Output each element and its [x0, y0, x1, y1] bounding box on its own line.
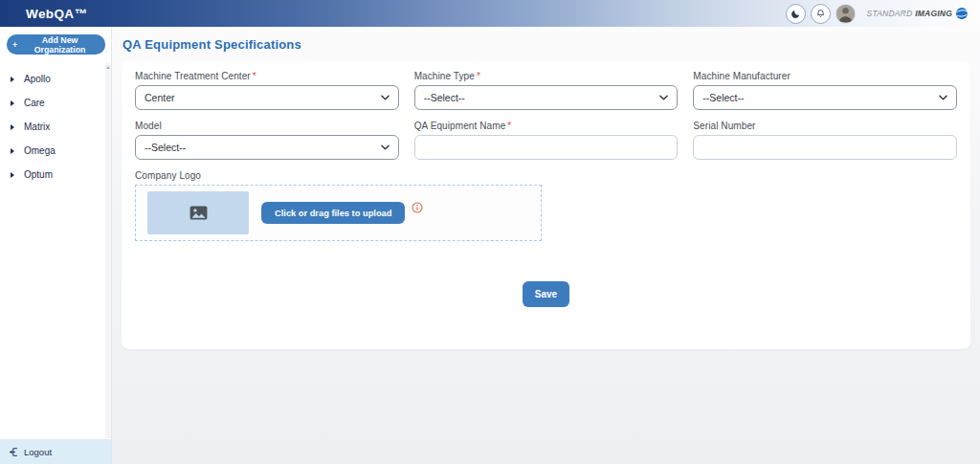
sidebar-item-care[interactable]: Care	[0, 91, 111, 115]
main-content: QA Equipment Specifications Machine Trea…	[112, 27, 980, 464]
field-machine-manufacturer: Machine Manufacturer --Select--	[693, 71, 957, 110]
logo-image-placeholder	[147, 191, 249, 234]
company-logo-label: Company Logo	[135, 170, 678, 181]
machine-type-select[interactable]: --Select--	[414, 85, 679, 110]
top-header-bar: WebQA™ STANDARDIMAGING	[0, 0, 980, 27]
logo-upload-dropzone[interactable]: Click or drag files to upload	[135, 185, 542, 241]
equipment-form-card: Machine Treatment Center* Center Machine…	[122, 61, 970, 349]
required-asterisk: *	[507, 121, 511, 131]
chevron-down-icon	[659, 95, 668, 100]
select-value: --Select--	[702, 92, 744, 103]
sidebar-item-optum[interactable]: Optum	[0, 163, 111, 187]
brand-name-light: STANDARD	[867, 9, 913, 18]
standard-imaging-brand: STANDARDIMAGING	[867, 7, 969, 20]
logout-label: Logout	[24, 447, 52, 457]
bell-icon	[815, 9, 826, 19]
upload-files-button[interactable]: Click or drag files to upload	[261, 202, 405, 224]
notifications-button[interactable]	[811, 4, 831, 24]
caret-right-icon	[11, 172, 14, 178]
field-label: QA Equipment Name*	[414, 121, 679, 131]
required-asterisk: *	[477, 71, 480, 81]
page-body: + Add New Organization Apollo Care Matri…	[0, 27, 980, 464]
logout-button[interactable]: Logout	[0, 439, 111, 464]
plus-icon: +	[12, 40, 17, 50]
select-value: --Select--	[424, 92, 465, 103]
machine-treatment-center-select[interactable]: Center	[135, 85, 399, 110]
add-new-organization-label: Add New Organization	[20, 35, 100, 55]
qa-equipment-name-input[interactable]	[414, 135, 679, 160]
avatar-photo	[836, 4, 855, 23]
moon-icon	[791, 9, 801, 19]
field-label: Machine Manufacturer	[693, 71, 957, 81]
save-button[interactable]: Save	[523, 281, 569, 307]
sidebar: + Add New Organization Apollo Care Matri…	[0, 27, 112, 464]
field-model: Model --Select--	[135, 121, 399, 160]
field-machine-type: Machine Type* --Select--	[414, 71, 679, 110]
caret-right-icon	[11, 77, 14, 82]
field-label: Machine Treatment Center*	[135, 71, 399, 81]
company-logo-section: Company Logo Click or drag files to uplo…	[135, 170, 678, 241]
sidebar-item-omega[interactable]: Omega	[0, 139, 111, 163]
caret-right-icon	[11, 148, 14, 154]
select-value: --Select--	[145, 142, 186, 153]
field-serial-number: Serial Number	[693, 121, 957, 160]
globe-swoosh-icon	[955, 7, 969, 20]
user-avatar[interactable]	[835, 4, 856, 24]
image-icon	[189, 206, 208, 220]
field-machine-treatment-center: Machine Treatment Center* Center	[135, 71, 399, 110]
equipment-form-grid: Machine Treatment Center* Center Machine…	[135, 71, 957, 241]
model-select[interactable]: --Select--	[135, 135, 399, 160]
serial-number-input[interactable]	[693, 135, 957, 160]
field-label: Serial Number	[693, 121, 957, 131]
field-label: Model	[135, 121, 399, 131]
chevron-down-icon	[381, 95, 390, 100]
machine-manufacturer-select[interactable]: --Select--	[693, 85, 957, 110]
chevron-down-icon	[939, 95, 947, 100]
required-asterisk: *	[253, 71, 256, 81]
sidebar-item-label: Matrix	[24, 122, 50, 132]
webqa-app: WebQA™ STANDARDIMAGING	[0, 0, 980, 464]
field-qa-equipment-name: QA Equipment Name*	[414, 121, 679, 160]
sidebar-item-label: Apollo	[24, 74, 51, 84]
brand-name-bold: IMAGING	[915, 9, 952, 18]
sidebar-item-label: Optum	[24, 169, 53, 180]
header-actions: STANDARDIMAGING	[786, 4, 969, 24]
scroll-up-arrow-icon[interactable]: ▲	[105, 63, 111, 71]
sidebar-item-matrix[interactable]: Matrix	[0, 115, 111, 139]
app-logo-title: WebQA™	[26, 7, 87, 21]
select-value: Center	[145, 92, 175, 103]
logout-icon	[9, 447, 19, 457]
sidebar-item-label: Omega	[24, 145, 56, 156]
organization-nav-list: Apollo Care Matrix Omega Optum	[0, 58, 111, 187]
add-new-organization-button[interactable]: + Add New Organization	[7, 34, 105, 55]
save-row: Save	[135, 281, 957, 307]
caret-right-icon	[11, 100, 14, 106]
field-label: Machine Type*	[414, 71, 679, 81]
dark-mode-toggle-button[interactable]	[786, 4, 806, 24]
caret-right-icon	[11, 124, 14, 130]
info-icon[interactable]	[412, 200, 423, 217]
sidebar-item-label: Care	[24, 98, 45, 108]
sidebar-item-apollo[interactable]: Apollo	[0, 67, 111, 91]
page-title: QA Equipment Specifications	[122, 37, 970, 52]
sidebar-scrollbar[interactable]: ▲	[105, 63, 111, 438]
chevron-down-icon	[381, 144, 390, 150]
